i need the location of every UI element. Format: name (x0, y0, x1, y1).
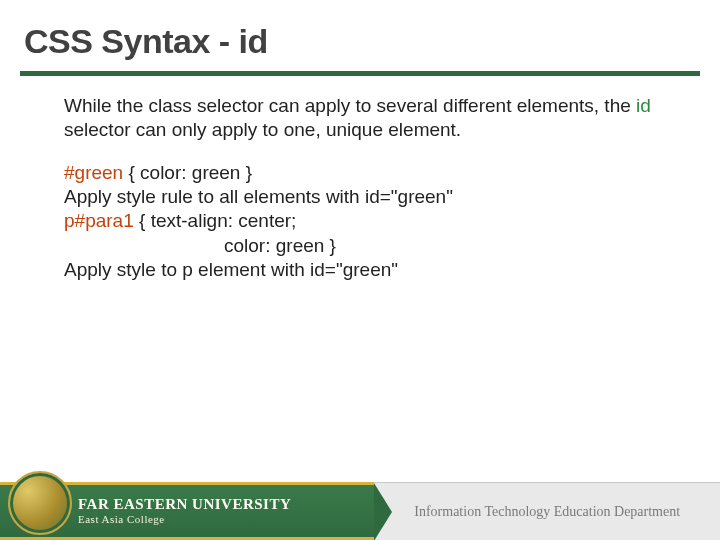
code-line-4: color: green } (64, 234, 672, 258)
rule-1: { color: green } (123, 162, 252, 183)
intro-text-a: While the class selector can apply to se… (64, 95, 636, 116)
selector-green: #green (64, 162, 123, 183)
footer-right: Information Technology Education Departm… (374, 482, 720, 540)
selector-para1: p#para1 (64, 210, 134, 231)
footer-left: FAR EASTERN UNIVERSITY East Asia College (0, 482, 374, 540)
code-line-2: Apply style rule to all elements with id… (64, 185, 672, 209)
intro-paragraph: While the class selector can apply to se… (64, 94, 672, 143)
code-line-3: p#para1 { text-align: center; (64, 209, 672, 233)
slide-content: While the class selector can apply to se… (0, 76, 720, 282)
university-name: FAR EASTERN UNIVERSITY (78, 497, 291, 513)
code-example: #green { color: green } Apply style rule… (64, 161, 672, 283)
college-name: East Asia College (78, 513, 291, 525)
rule-3: { text-align: center; (134, 210, 297, 231)
code-line-5: Apply style to p element with id="green" (64, 258, 672, 282)
footer-bar: FAR EASTERN UNIVERSITY East Asia College… (0, 482, 720, 540)
intro-text-b: selector can only apply to one, unique e… (64, 119, 461, 140)
university-block: FAR EASTERN UNIVERSITY East Asia College (78, 497, 291, 526)
id-keyword: id (636, 95, 651, 116)
department-name: Information Technology Education Departm… (414, 504, 680, 520)
university-seal-icon (8, 471, 72, 535)
slide-title: CSS Syntax - id (0, 0, 720, 67)
code-line-1: #green { color: green } (64, 161, 672, 185)
